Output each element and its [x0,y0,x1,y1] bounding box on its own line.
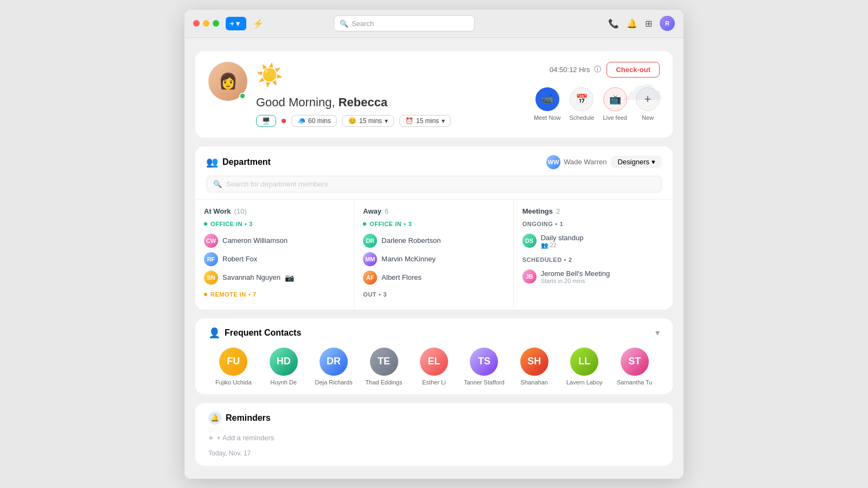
user-avatar[interactable]: R [660,16,675,31]
status-pills: 🖥️ 🧢 60 mins 😊 15 mins ▾ [256,115,451,127]
avatar-wrap: 👩 [208,62,247,101]
remote-in-label: REMOTE IN • 7 [204,291,345,298]
out-label: OUT • 3 [363,291,504,298]
member-savannah[interactable]: SN Savannah Nguyen 📷 [204,268,345,287]
app-window: + ▾ ⚡ 🔍 Search 📞 🔔 ⊞ R ☁ 👩 [184,10,684,479]
contact-fujiko[interactable]: FU Fujiko Uchida [208,348,258,386]
search-icon-dept: 🔍 [213,180,222,188]
green-dot [204,222,207,226]
people-icon: 👥 [206,156,218,168]
dept-right: WW Wade Warren Designers ▾ [546,155,662,169]
member-avatar-albert: AF [363,271,377,285]
member-avatar-robert: RF [204,252,218,266]
live-feed-button[interactable]: 📺 Live feed [603,87,627,121]
people-small-icon: 👥 [541,242,548,249]
lightning-icon[interactable]: ⚡ [253,18,264,29]
titlebar-right: 📞 🔔 ⊞ R [608,16,675,31]
add-reminder-button[interactable]: + + Add a reminders [208,431,660,445]
member-marvin[interactable]: MM Marvin McKinney [363,250,504,268]
owner-avatar: WW [546,155,560,169]
traffic-lights [193,20,219,27]
member-robert[interactable]: RF Robert Fox [204,250,345,268]
hat-icon: 🧢 [297,117,305,125]
contact-avatar-lavern: LL [570,348,598,376]
layout-icon[interactable]: ⊞ [645,18,652,29]
standup-detail: 👥 22 [541,242,584,249]
chevron-down-icon-2: ▾ [442,117,445,125]
contacts-title: 👤 Frequent Contacts [208,327,301,339]
schedule-button[interactable]: 📅 Schedule [569,87,594,121]
member-albert[interactable]: AF Albert Flores [363,268,504,287]
timer-display: 04:50:12 Hrs ⓘ [550,65,601,74]
search-label[interactable]: Search [352,20,374,28]
meet-now-icon: 📹 [535,87,559,111]
contact-thad[interactable]: TE Thad Eddings [359,348,409,386]
contact-huynh[interactable]: HD Huynh De [258,348,308,386]
col-away: Away 6 OFFICE IN • 3 DR Darlene Robertso… [354,200,513,310]
contact-avatar-huynh: HD [270,348,298,376]
member-avatar-cameron: CW [204,234,218,248]
pill-60min[interactable]: 🧢 60 mins [291,115,337,127]
phone-icon[interactable]: 📞 [608,18,619,29]
maximize-btn[interactable] [213,20,219,27]
contact-avatar-deja: DR [320,348,348,376]
profile-card: ☁ 👩 ☀️ Good Morning, Rebecca [195,51,673,138]
col-at-work-header: At Work (10) [204,207,345,215]
info-icon[interactable]: ⓘ [594,65,601,74]
member-avatar-savannah: SN [204,271,218,285]
pill-15min-2[interactable]: ⏰ 15 mins ▾ [399,115,451,127]
dept-columns: At Work (10) OFFICE IN • 3 CW Cameron Wi… [195,199,673,310]
bell-icon[interactable]: 🔔 [627,18,637,29]
dept-title: 👥 Department [206,156,271,168]
contact-lavern[interactable]: LL Lavern Laboy [559,348,609,386]
contact-avatar-samantha: ST [621,348,649,376]
meeting-avatar-jerome: JB [522,269,537,284]
ongoing-label: ONGOING • 1 [522,221,664,227]
schedule-icon: 📅 [570,87,593,111]
contact-avatar-esther: EL [420,348,448,376]
jerome-info: Jerome Bell's Meeting Starts in 20 mins [541,269,610,284]
contact-avatar-tanner: TS [470,348,498,376]
contact-avatar-thad: TE [370,348,398,376]
dept-search[interactable]: 🔍 Search for department members [206,176,662,192]
reminders-icon: 🔔 [208,412,221,425]
search-bar: 🔍 Search [334,15,475,31]
new-button[interactable]: + ▾ [226,17,246,30]
action-buttons: 📹 Meet Now 📅 Schedule 📺 Live feed + [534,87,660,121]
scheduled-label: SCHEDULED • 2 [522,256,664,263]
dept-owner: WW Wade Warren [546,155,607,169]
orange-dot [204,293,207,296]
meeting-jerome[interactable]: JB Jerome Bell's Meeting Starts in 20 mi… [522,267,664,286]
plus-icon: + [208,433,213,443]
close-btn[interactable] [193,20,200,27]
red-dot [282,119,286,123]
contacts-header: 👤 Frequent Contacts ▾ [208,327,660,339]
dept-header: 👥 Department WW Wade Warren Designers ▾ [195,146,673,176]
member-cameron[interactable]: CW Cameron Williamson [204,232,345,250]
checkout-button[interactable]: Check-out [607,62,660,78]
contact-samantha[interactable]: ST Samantha Tu [610,348,660,386]
col-meetings-header: Meetings 2 [522,207,664,215]
col-away-header: Away 6 [363,207,504,215]
pill-15min-1[interactable]: 😊 15 mins ▾ [342,115,394,127]
online-indicator [239,93,246,99]
collapse-icon[interactable]: ▾ [655,328,660,338]
greeting: Good Morning, Rebecca [256,95,451,110]
chevron-down-icon: ▾ [385,117,388,125]
meet-now-button[interactable]: 📹 Meet Now [534,87,561,121]
search-icon: 🔍 [340,20,348,28]
status-pill-monitor[interactable]: 🖥️ [256,115,276,127]
office-in-label: OFFICE IN • 3 [204,221,345,227]
dept-selector[interactable]: Designers ▾ [611,156,662,168]
new-action-button[interactable]: + New [636,87,660,121]
contact-shanahan[interactable]: SH Shanahan [509,348,559,386]
contact-tanner[interactable]: TS Tanner Stafford [459,348,509,386]
member-avatar-marvin: MM [363,252,377,266]
main-content: ☁ 👩 ☀️ Good Morning, Rebecca [184,38,684,479]
contact-deja[interactable]: DR Deja Richards [309,348,359,386]
monitor-icon: 🖥️ [262,117,270,125]
member-darlene[interactable]: DR Darlene Robertson [363,232,504,250]
meeting-daily-standup[interactable]: DS Daily standup 👥 22 [522,232,664,251]
contact-esther[interactable]: EL Esther Li [409,348,459,386]
minimize-btn[interactable] [203,20,209,27]
